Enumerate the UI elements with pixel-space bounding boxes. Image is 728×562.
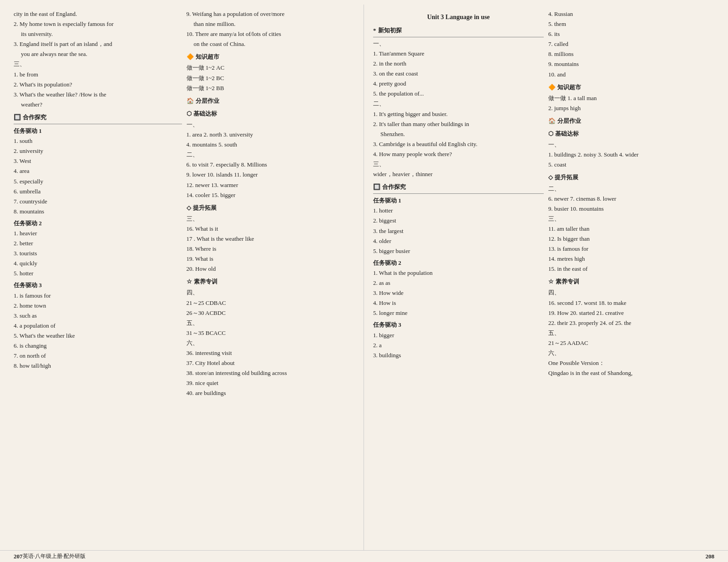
renwu1-r-title: 任务驱动 1 xyxy=(373,196,544,206)
right-page-number: 208 xyxy=(706,553,715,560)
section-zhishi-r: 🔶 知识超市 xyxy=(548,82,719,92)
left-column-1: city in the east of England. 2. My home … xyxy=(14,9,182,553)
line: city in the east of England. xyxy=(14,9,182,19)
bottom-bar: 207 英语·八年级上册·配外研版 208 xyxy=(0,550,728,562)
xinzhi-label: 新知初探 xyxy=(378,25,402,35)
line: 26～30 ACBDC xyxy=(187,308,355,318)
line: Shenzhen. xyxy=(373,129,544,139)
line: 38. store/an interesting old building ac… xyxy=(187,368,355,378)
line: 17 . What is the weather like xyxy=(187,234,355,244)
line: wider，heavier，thinner xyxy=(373,169,544,179)
line: you are always near the sea. xyxy=(14,49,182,59)
jichu-r-label: 基础达标 xyxy=(555,129,579,139)
section-jichu: ⬡ 基础达标 xyxy=(187,109,355,119)
section-fenceng-r: 🏠 分层作业 xyxy=(548,116,719,126)
line: 4. older xyxy=(373,236,544,246)
line: 1. be from xyxy=(14,70,182,80)
line: 2. What's its population? xyxy=(14,80,182,90)
line: 14. metres high xyxy=(548,254,719,264)
line: 16. second 17. worst 18. to make xyxy=(548,298,719,308)
suyang-label: 素养专训 xyxy=(194,277,217,287)
line: 7. called xyxy=(548,39,719,49)
line: 5. especially xyxy=(14,177,182,187)
line: 2. as as xyxy=(373,278,544,288)
divider xyxy=(373,37,544,37)
hezuo-r-label: 合作探究 xyxy=(382,182,406,192)
line: 1. buildings 2. noisy 3. South 4. wider xyxy=(548,150,719,160)
line: 4. a population of xyxy=(14,321,182,331)
line: 6. to visit 7. especially 8. Millions xyxy=(187,160,355,170)
renwu3-r-title: 任务驱动 3 xyxy=(373,320,544,330)
line: 4. How many people work there? xyxy=(373,149,544,159)
line: 11. am taller than xyxy=(548,224,719,234)
zhishi-r-icon: 🔶 xyxy=(548,82,556,92)
tisheng-icon: ◇ xyxy=(187,203,191,213)
line: 三、 xyxy=(14,59,182,69)
line: One Possible Version： xyxy=(548,358,719,368)
line: 二、 xyxy=(548,184,719,194)
line: 三、 xyxy=(187,214,355,224)
line: 19. How 20. started 21. creative xyxy=(548,308,719,318)
line: 5. coast xyxy=(548,160,719,170)
zhishi-label: 知识超市 xyxy=(196,52,219,62)
line: 做一做 1~2 AC xyxy=(187,63,355,73)
hezuo-label: 合作探究 xyxy=(23,112,46,122)
page-right: Unit 3 Language in use * 新知初探 一、 1. Tian… xyxy=(364,5,728,557)
line: 3. buildings xyxy=(373,350,544,360)
right-column-2: 4. Russian 5. them 6. its 7. called 8. m… xyxy=(548,9,719,553)
line: 16. What is it xyxy=(187,224,355,234)
line: 三、 xyxy=(373,159,544,169)
section-xinzhi: * 新知初探 xyxy=(373,25,544,35)
zhishi-r-label: 知识超市 xyxy=(557,82,581,92)
line: 一、 xyxy=(187,120,355,130)
divider xyxy=(14,124,182,124)
line: 5. bigger busier xyxy=(373,246,544,256)
line: its university. xyxy=(14,29,182,39)
renwu2-title: 任务驱动 2 xyxy=(14,218,182,228)
line: 1. It's getting bigger and busier. xyxy=(373,109,544,119)
line: 六、 xyxy=(548,348,719,358)
line: 一、 xyxy=(373,39,544,49)
line: 12. newer 13. warmer xyxy=(187,180,355,190)
jichu-label: 基础达标 xyxy=(193,109,217,119)
xinzhi-icon: * xyxy=(373,25,376,35)
right-column-1: Unit 3 Language in use * 新知初探 一、 1. Tian… xyxy=(373,9,544,553)
line: 4. mountains 5. south xyxy=(187,140,355,150)
line: 4. area xyxy=(14,166,182,176)
line: 10. and xyxy=(548,70,719,80)
section-suyang: ☆ 素养专训 xyxy=(187,277,355,287)
renwu2-r-title: 任务驱动 2 xyxy=(373,258,544,268)
line: 五、 xyxy=(187,318,355,328)
line: 4. Russian xyxy=(548,9,719,19)
footer-text: 英语·八年级上册·配外研版 xyxy=(23,552,86,560)
suyang-r-label: 素养专训 xyxy=(556,277,579,287)
line: 2. university xyxy=(14,146,182,156)
line: 22. their 23. properly 24. of 25. the xyxy=(548,318,719,328)
line: 31～35 BCACC xyxy=(187,328,355,338)
line: 1. What is the population xyxy=(373,268,544,278)
line: 5. longer mine xyxy=(373,308,544,318)
section-tisheng-r: ◇ 提升拓展 xyxy=(548,172,719,182)
line: 19. What is xyxy=(187,254,355,264)
line: 2. My home town is especially famous for xyxy=(14,19,182,29)
line: 4. quickly xyxy=(14,258,182,268)
fenceng-icon: 🏠 xyxy=(187,96,194,106)
line: 做一做 1. a tall man xyxy=(548,93,719,103)
line: 1. hotter xyxy=(373,206,544,216)
line: 1. is famous for xyxy=(14,291,182,301)
line: 6. newer 7. cinemas 8. lower xyxy=(548,194,719,204)
line: 3. tourists xyxy=(14,248,182,258)
line: 三、 xyxy=(548,214,719,224)
section-hezuo-r: 🔲 合作探究 xyxy=(373,182,544,192)
unit-title: Unit 3 Language in use xyxy=(373,12,544,23)
line: 1. area 2. north 3. university xyxy=(187,130,355,140)
line: 3. such as xyxy=(14,311,182,321)
line: 9. lower 10. islands 11. longer xyxy=(187,170,355,180)
fenceng-label: 分层作业 xyxy=(196,96,219,106)
line: 5. the population of... xyxy=(373,89,544,99)
line: 做一做 1~2 BC xyxy=(187,73,355,83)
line: 3. Cambridge is a beautiful old English … xyxy=(373,139,544,149)
line: 37. City Hotel about xyxy=(187,358,355,368)
divider2 xyxy=(373,193,544,194)
zhishi-icon: 🔶 xyxy=(187,52,194,62)
